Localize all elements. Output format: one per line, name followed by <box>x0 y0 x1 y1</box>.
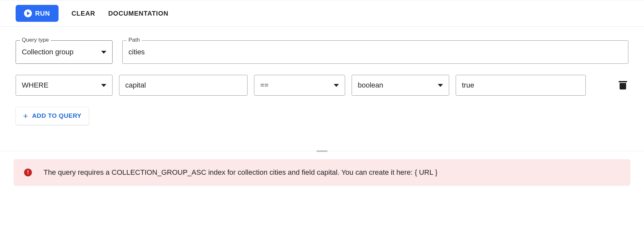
operator-select[interactable]: == <box>254 75 345 96</box>
chevron-down-icon <box>334 84 339 87</box>
clause-value: WHERE <box>22 81 97 89</box>
pane-divider[interactable] <box>0 151 644 151</box>
toolbar: RUN CLEAR DOCUMENTATION <box>0 0 644 27</box>
path-field[interactable]: Path <box>122 40 628 64</box>
run-label: RUN <box>35 10 50 17</box>
add-to-query-label: ADD TO QUERY <box>32 112 82 119</box>
value-type-select[interactable]: boolean <box>352 75 449 96</box>
clause-select[interactable]: WHERE <box>16 75 113 96</box>
query-builder: Query type Collection group Path WHERE =… <box>0 27 644 151</box>
play-icon <box>24 9 32 17</box>
query-type-select[interactable]: Query type Collection group <box>16 40 113 64</box>
field-input-box[interactable] <box>119 75 248 96</box>
clear-button[interactable]: CLEAR <box>72 10 95 17</box>
drag-handle-icon <box>316 150 328 152</box>
run-button[interactable]: RUN <box>16 5 59 22</box>
path-input[interactable] <box>128 48 622 56</box>
chevron-down-icon <box>101 51 106 54</box>
delete-condition-button[interactable] <box>617 79 628 91</box>
error-icon: ! <box>24 169 32 176</box>
value-input-box[interactable] <box>456 75 586 96</box>
operator-value: == <box>260 81 329 89</box>
path-label: Path <box>127 37 142 43</box>
add-to-query-button[interactable]: + ADD TO QUERY <box>16 107 89 125</box>
chevron-down-icon <box>438 84 443 87</box>
query-type-value: Collection group <box>22 48 97 56</box>
trash-icon <box>619 81 626 89</box>
value-type-value: boolean <box>358 81 433 89</box>
documentation-button[interactable]: DOCUMENTATION <box>108 10 168 17</box>
field-input[interactable] <box>125 81 241 89</box>
error-message: The query requires a COLLECTION_GROUP_AS… <box>44 168 437 177</box>
query-type-label: Query type <box>20 37 51 43</box>
error-banner: ! The query requires a COLLECTION_GROUP_… <box>14 159 630 186</box>
value-input[interactable] <box>462 81 580 89</box>
chevron-down-icon <box>101 84 106 87</box>
plus-icon: + <box>23 112 28 120</box>
